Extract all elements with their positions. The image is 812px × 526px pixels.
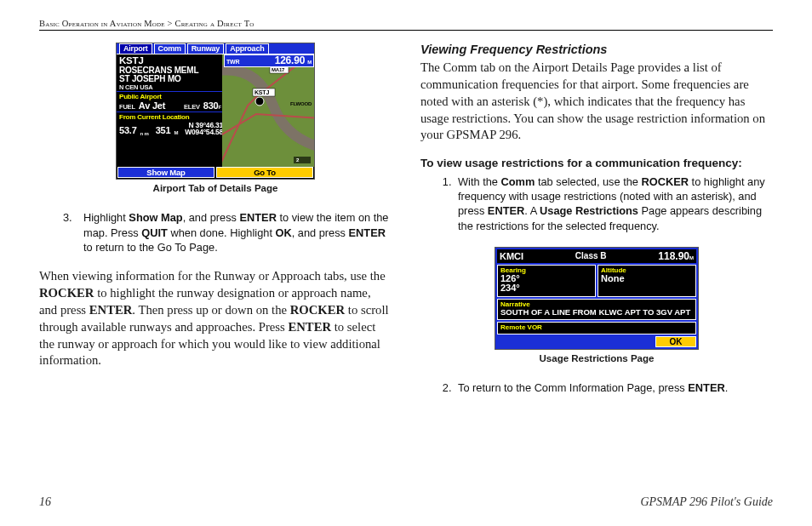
fuel-label: FUEL (119, 104, 135, 111)
left-column: Airport Comm Runway Approach KSTJ ROSECR… (39, 43, 392, 409)
go-to-button: Go To (216, 167, 313, 178)
body-paragraph-left: When viewing information for the Runway … (39, 268, 392, 369)
step-list-left: Highlight Show Map, and press ENTER to v… (39, 210, 392, 254)
show-map-button: Show Map (117, 167, 214, 178)
step-2: To return to the Comm Information Page, … (455, 380, 773, 395)
svg-text:MA17: MA17 (272, 67, 285, 72)
d2-bearing-box: Bearing 126° 234° (497, 265, 596, 297)
map-apt-label: KSTJ (254, 89, 269, 95)
usage-restrictions-screenshot: KMCI Class B 118.90M Bearing 126° 234° A… (495, 247, 699, 350)
tab-comm: Comm (154, 43, 186, 54)
d2-vor-box: Remote VOR (497, 322, 696, 334)
tab-approach: Approach (226, 43, 268, 54)
guide-title: GPSMAP 296 Pilot's Guide (640, 495, 773, 509)
tab-runway: Runway (187, 43, 224, 54)
d2-ok-button: OK (655, 336, 696, 347)
d2-altitude-box: Altitude None (598, 265, 696, 297)
body-paragraph-right: The Comm tab on the Airport Details Page… (420, 60, 773, 144)
airport-region: N CEN USA (119, 84, 221, 91)
elev-value: 830 (200, 101, 219, 111)
step-1: With the Comm tab selected, use the ROCK… (455, 174, 773, 233)
caption-airport-tab: Airport Tab of Details Page (39, 183, 392, 193)
svg-point-1 (255, 97, 264, 106)
svg-text:FLWOOD: FLWOOD (290, 101, 312, 106)
device-info-panel: KSTJ ROSECRANS MEML ST JOSEPH MO N CEN U… (117, 54, 224, 167)
breadcrumb-sub: Creating a Direct To (175, 19, 254, 28)
distance-value: 53.7 (119, 126, 137, 136)
step-3: Highlight Show Map, and press ENTER to v… (80, 210, 392, 254)
page-number: 16 (39, 495, 51, 509)
breadcrumb-section: Basic Operation in Aviation Mode (39, 19, 165, 28)
elev-label: ELEV (184, 104, 200, 111)
device-map: KSTJ MA17 FLWOOD 2 (222, 54, 314, 167)
caption-usage-restrictions: Usage Restrictions Page (420, 353, 773, 363)
map-svg: KSTJ MA17 FLWOOD 2 (222, 54, 314, 167)
step-list-right-2: To return to the Comm Information Page, … (420, 380, 773, 395)
airport-ident: KSTJ (119, 55, 221, 66)
freq-box: TWR 126.90M (224, 54, 314, 67)
step-list-right: With the Comm tab selected, use the ROCK… (420, 174, 773, 233)
fuel-value: Av Jet (135, 101, 184, 111)
subheading-viewing-freq: Viewing Frequency Restrictions (420, 43, 773, 56)
right-column: Viewing Frequency Restrictions The Comm … (420, 43, 773, 409)
d2-header: KMCI Class B 118.90M (497, 249, 696, 263)
d2-freq: 118.90 (658, 250, 689, 262)
freq-value: 126.90 (275, 55, 306, 66)
d2-narrative-box: Narrative SOUTH OF A LINE FROM KLWC APT … (497, 299, 696, 320)
tab-airport: Airport (119, 43, 152, 54)
airport-details-screenshot: Airport Comm Runway Approach KSTJ ROSECR… (116, 43, 315, 180)
breadcrumb: Basic Operation in Aviation Mode > Creat… (39, 19, 773, 31)
breadcrumb-sep: > (168, 19, 173, 28)
device-tabs: Airport Comm Runway Approach (117, 43, 314, 54)
procedure-title: To view usage restrictions for a communi… (420, 156, 773, 171)
bearing-value: 351 (156, 126, 171, 136)
d2-class: Class B (575, 251, 607, 260)
page-footer: 16 GPSMAP 296 Pilot's Guide (39, 495, 773, 509)
d2-ident: KMCI (500, 251, 523, 261)
airport-name-2: ST JOSEPH MO (119, 75, 221, 84)
